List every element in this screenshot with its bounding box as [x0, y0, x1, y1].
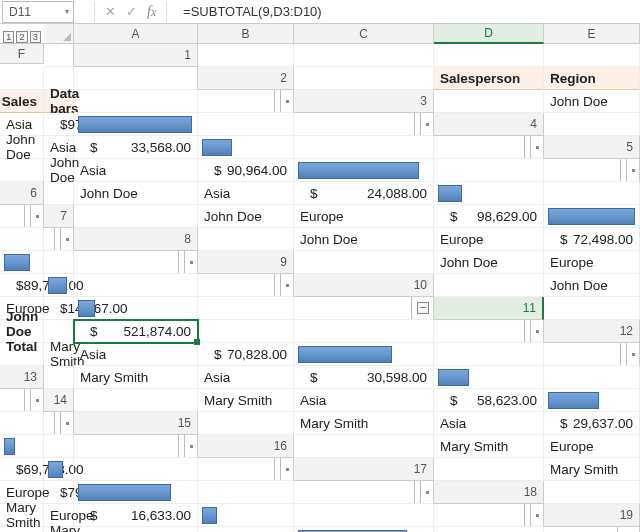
cell[interactable] — [0, 67, 44, 90]
data-bar-cell[interactable] — [294, 527, 434, 532]
col-header-D[interactable]: D — [434, 24, 544, 44]
data-bar-cell[interactable] — [544, 205, 640, 228]
cell[interactable] — [198, 44, 294, 67]
cell[interactable] — [544, 44, 640, 67]
cell-sales[interactable]: $69,788.00 — [0, 458, 44, 481]
cell[interactable] — [198, 297, 294, 320]
cell[interactable] — [198, 412, 294, 435]
cell-salesperson[interactable]: Mary Smith — [44, 527, 74, 532]
outline-level-1[interactable]: 1 — [3, 31, 14, 43]
cell-sales[interactable]: $24,088.00 — [294, 182, 434, 205]
row-header-3[interactable]: 3 — [294, 90, 434, 113]
cell-sales[interactable]: $70,828.00 — [198, 343, 294, 366]
cell[interactable] — [44, 182, 74, 205]
row-header-2[interactable]: 2 — [198, 67, 294, 90]
cell-salesperson[interactable]: John Doe — [294, 228, 434, 251]
cell[interactable] — [198, 113, 294, 136]
formula-input[interactable]: =SUBTOTAL(9,D3:D10) — [183, 4, 322, 19]
enter-icon[interactable]: ✓ — [126, 4, 137, 19]
row-header-13[interactable]: 13 — [0, 366, 44, 389]
cell[interactable] — [0, 412, 44, 435]
cell-salesperson[interactable]: Mary Smith — [74, 366, 198, 389]
row-header-10[interactable]: 10 — [294, 274, 434, 297]
cell-salesperson[interactable]: John Doe — [544, 274, 640, 297]
row-header-19[interactable]: 19 — [544, 504, 640, 527]
cell-sales[interactable]: $29,637.00 — [544, 412, 640, 435]
cell[interactable] — [44, 251, 74, 274]
cell[interactable] — [544, 481, 640, 504]
cell[interactable] — [74, 389, 198, 412]
cell[interactable] — [544, 113, 640, 136]
data-bar-cell[interactable] — [74, 113, 198, 136]
cell-region[interactable]: Europe — [434, 228, 544, 251]
col-header-F[interactable]: F — [0, 44, 44, 64]
cancel-icon[interactable]: ✕ — [105, 4, 116, 19]
cell-sales[interactable]: $79,939.00 — [44, 481, 74, 504]
name-box[interactable]: D11 ▾ — [2, 1, 74, 23]
cell[interactable] — [74, 90, 198, 113]
cell-sales[interactable]: $81,987.00 — [198, 527, 294, 532]
chevron-down-icon[interactable]: ▾ — [65, 7, 69, 16]
col-header-B[interactable]: B — [198, 24, 294, 44]
data-bar-cell[interactable] — [294, 343, 434, 366]
data-bar-cell[interactable] — [294, 159, 434, 182]
cell-sales[interactable]: $72,498.00 — [544, 228, 640, 251]
row-header-11[interactable]: 11 — [434, 297, 544, 320]
cell[interactable] — [434, 274, 544, 297]
cell[interactable] — [294, 44, 434, 67]
row-header-17[interactable]: 17 — [294, 458, 434, 481]
row-header-8[interactable]: 8 — [74, 228, 198, 251]
data-bar-cell[interactable] — [74, 297, 198, 320]
data-bar-cell[interactable] — [0, 251, 44, 274]
cell-salesperson[interactable]: John Doe — [198, 205, 294, 228]
subtotal-label[interactable]: John Doe Total — [0, 320, 44, 343]
cell-sales[interactable]: $58,623.00 — [434, 389, 544, 412]
cell-salesperson[interactable]: John Doe — [544, 90, 640, 113]
header-salesperson[interactable]: Salesperson — [434, 67, 544, 90]
row-header-18[interactable]: 18 — [434, 481, 544, 504]
fx-icon[interactable]: fx — [147, 4, 156, 20]
cell-salesperson[interactable]: John Doe — [434, 251, 544, 274]
cell[interactable] — [544, 182, 640, 205]
cell-region[interactable]: Europe — [294, 205, 434, 228]
cell-sales[interactable]: $30,598.00 — [294, 366, 434, 389]
cell[interactable] — [294, 251, 434, 274]
cell-sales[interactable]: $98,629.00 — [434, 205, 544, 228]
cell-region[interactable]: Asia — [434, 412, 544, 435]
row-header-1[interactable]: 1 — [74, 44, 198, 67]
cell[interactable] — [434, 44, 544, 67]
cell-region[interactable]: Asia — [198, 366, 294, 389]
cell[interactable] — [44, 366, 74, 389]
header-region[interactable]: Region — [544, 67, 640, 90]
header-sales[interactable]: Sales — [0, 90, 44, 113]
cell-region[interactable]: Asia — [198, 182, 294, 205]
cell-salesperson[interactable]: John Doe — [0, 136, 44, 159]
col-header-A[interactable]: A — [74, 24, 198, 44]
cell-sales[interactable]: $33,568.00 — [74, 136, 198, 159]
row-header-15[interactable]: 15 — [74, 412, 198, 435]
cell[interactable] — [294, 320, 434, 343]
cell[interactable] — [294, 67, 434, 90]
data-bar-cell[interactable] — [74, 481, 198, 504]
cell-selected[interactable]: $521,874.00 — [74, 320, 198, 343]
cell-region[interactable]: Europe — [544, 435, 640, 458]
select-all-corner[interactable] — [44, 24, 74, 44]
cell[interactable] — [198, 320, 294, 343]
cell-region[interactable]: Asia — [74, 343, 198, 366]
cell[interactable] — [544, 366, 640, 389]
cell-sales[interactable]: $16,633.00 — [74, 504, 198, 527]
cell[interactable] — [0, 159, 44, 182]
cell[interactable] — [44, 435, 74, 458]
outline-level-3[interactable]: 3 — [30, 31, 41, 43]
cell-sales[interactable]: $89,764.00 — [0, 274, 44, 297]
cell[interactable] — [544, 297, 640, 320]
cell-salesperson[interactable]: Mary Smith — [434, 435, 544, 458]
data-bar-cell[interactable] — [434, 182, 544, 205]
row-header-9[interactable]: 9 — [198, 251, 294, 274]
cell[interactable] — [434, 458, 544, 481]
cell[interactable] — [74, 205, 198, 228]
cell-region[interactable]: Europe — [74, 527, 198, 532]
cell[interactable] — [0, 228, 44, 251]
cell[interactable] — [74, 458, 198, 481]
cell[interactable] — [294, 504, 434, 527]
